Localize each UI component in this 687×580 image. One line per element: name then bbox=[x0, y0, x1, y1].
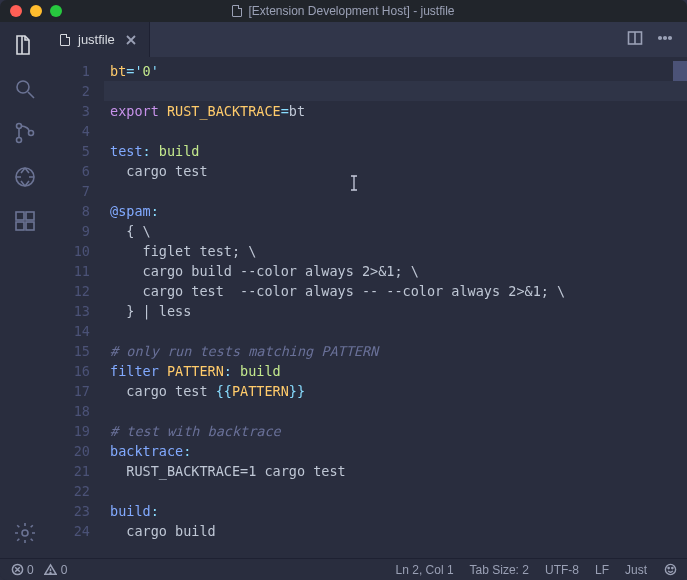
svg-rect-7 bbox=[16, 222, 24, 230]
svg-point-2 bbox=[17, 138, 22, 143]
line-number: 13 bbox=[50, 301, 90, 321]
titlebar: [Extension Development Host] - justfile bbox=[0, 0, 687, 22]
source-control-icon[interactable] bbox=[12, 120, 38, 146]
line-number: 2 bbox=[50, 81, 90, 101]
window-title-text: [Extension Development Host] - justfile bbox=[248, 4, 454, 18]
window-title: [Extension Development Host] - justfile bbox=[0, 4, 687, 18]
status-encoding[interactable]: UTF-8 bbox=[545, 563, 579, 577]
line-number: 1 bbox=[50, 61, 90, 81]
code-line[interactable]: # only run tests matching PATTERN bbox=[104, 341, 687, 361]
tab-bar-actions bbox=[627, 22, 687, 57]
tab-bar: justfile bbox=[50, 22, 687, 57]
line-number: 21 bbox=[50, 461, 90, 481]
code-line[interactable]: cargo build --color always 2>&1; \ bbox=[104, 261, 687, 281]
code-line[interactable]: @spam: bbox=[104, 201, 687, 221]
code-line[interactable]: { \ bbox=[104, 221, 687, 241]
tab-label: justfile bbox=[78, 32, 115, 47]
minimize-window-button[interactable] bbox=[30, 5, 42, 17]
svg-point-16 bbox=[665, 564, 675, 574]
status-eol[interactable]: LF bbox=[595, 563, 609, 577]
text-cursor-icon bbox=[348, 175, 360, 191]
code-line[interactable]: test: build bbox=[104, 141, 687, 161]
more-actions-icon[interactable] bbox=[657, 30, 673, 49]
line-number: 20 bbox=[50, 441, 90, 461]
code-line[interactable]: cargo test --color always -- --color alw… bbox=[104, 281, 687, 301]
main-body: justfile 1234567891011121314151617181920… bbox=[0, 22, 687, 558]
tab-close-icon[interactable] bbox=[123, 32, 139, 48]
vscode-window: [Extension Development Host] - justfile bbox=[0, 0, 687, 580]
line-number: 15 bbox=[50, 341, 90, 361]
svg-point-9 bbox=[22, 530, 28, 536]
svg-point-17 bbox=[667, 567, 668, 568]
status-errors[interactable]: 0 bbox=[10, 563, 34, 577]
line-number: 8 bbox=[50, 201, 90, 221]
code-line[interactable]: # test with backtrace bbox=[104, 421, 687, 441]
line-number: 11 bbox=[50, 261, 90, 281]
code-line[interactable]: RUST_BACKTRACE=1 cargo test bbox=[104, 461, 687, 481]
warning-icon bbox=[44, 563, 58, 577]
code-line[interactable] bbox=[104, 401, 687, 421]
overview-ruler[interactable] bbox=[673, 57, 687, 558]
svg-point-11 bbox=[659, 37, 662, 40]
code-line[interactable]: cargo build bbox=[104, 521, 687, 541]
file-icon bbox=[60, 34, 70, 46]
split-editor-icon[interactable] bbox=[627, 30, 643, 49]
code-line[interactable] bbox=[104, 481, 687, 501]
code-line[interactable]: cargo test {{PATTERN}} bbox=[104, 381, 687, 401]
line-number: 9 bbox=[50, 221, 90, 241]
code-area[interactable]: bt='0' export RUST_BACKTRACE=bt test: bu… bbox=[104, 57, 687, 558]
svg-rect-5 bbox=[16, 212, 24, 220]
code-line[interactable]: filter PATTERN: build bbox=[104, 361, 687, 381]
window-traffic-lights bbox=[0, 5, 62, 17]
status-line-col[interactable]: Ln 2, Col 1 bbox=[396, 563, 454, 577]
status-right: Ln 2, Col 1 Tab Size: 2 UTF-8 LF Just bbox=[396, 563, 677, 577]
svg-point-12 bbox=[664, 37, 667, 40]
feedback-smile-icon[interactable] bbox=[663, 563, 677, 577]
line-number: 17 bbox=[50, 381, 90, 401]
code-line[interactable]: backtrace: bbox=[104, 441, 687, 461]
code-line[interactable]: cargo test bbox=[104, 161, 687, 181]
code-line[interactable] bbox=[104, 321, 687, 341]
svg-point-3 bbox=[29, 131, 34, 136]
status-bar: 0 0 Ln 2, Col 1 Tab Size: 2 UTF-8 LF Jus… bbox=[0, 558, 687, 580]
close-window-button[interactable] bbox=[10, 5, 22, 17]
line-number: 18 bbox=[50, 401, 90, 421]
svg-point-0 bbox=[17, 81, 29, 93]
code-line[interactable]: figlet test; \ bbox=[104, 241, 687, 261]
code-line[interactable]: bt='0' bbox=[104, 61, 687, 81]
tab-justfile[interactable]: justfile bbox=[50, 22, 150, 57]
line-number: 6 bbox=[50, 161, 90, 181]
code-line[interactable]: export RUST_BACKTRACE=bt bbox=[104, 101, 687, 121]
error-icon bbox=[10, 563, 24, 577]
code-editor[interactable]: 123456789101112131415161718192021222324 … bbox=[50, 57, 687, 558]
line-number: 7 bbox=[50, 181, 90, 201]
zoom-window-button[interactable] bbox=[50, 5, 62, 17]
line-number: 16 bbox=[50, 361, 90, 381]
line-number: 24 bbox=[50, 521, 90, 541]
status-language[interactable]: Just bbox=[625, 563, 647, 577]
svg-rect-8 bbox=[26, 222, 34, 230]
status-tab-size[interactable]: Tab Size: 2 bbox=[470, 563, 529, 577]
line-number: 14 bbox=[50, 321, 90, 341]
code-line[interactable]: build: bbox=[104, 501, 687, 521]
line-number: 19 bbox=[50, 421, 90, 441]
extensions-icon[interactable] bbox=[12, 208, 38, 234]
line-number: 4 bbox=[50, 121, 90, 141]
code-line[interactable] bbox=[104, 81, 687, 101]
line-number: 5 bbox=[50, 141, 90, 161]
code-line[interactable] bbox=[104, 121, 687, 141]
warning-count: 0 bbox=[61, 563, 68, 577]
svg-point-1 bbox=[17, 124, 22, 129]
search-icon[interactable] bbox=[12, 76, 38, 102]
line-number: 22 bbox=[50, 481, 90, 501]
svg-point-13 bbox=[669, 37, 672, 40]
line-number: 23 bbox=[50, 501, 90, 521]
code-line[interactable]: } | less bbox=[104, 301, 687, 321]
editor-region: justfile 1234567891011121314151617181920… bbox=[50, 22, 687, 558]
svg-rect-6 bbox=[26, 212, 34, 220]
code-line[interactable] bbox=[104, 181, 687, 201]
status-warnings[interactable]: 0 bbox=[44, 563, 68, 577]
explorer-icon[interactable] bbox=[12, 32, 38, 58]
debug-icon[interactable] bbox=[12, 164, 38, 190]
settings-gear-icon[interactable] bbox=[12, 520, 38, 546]
